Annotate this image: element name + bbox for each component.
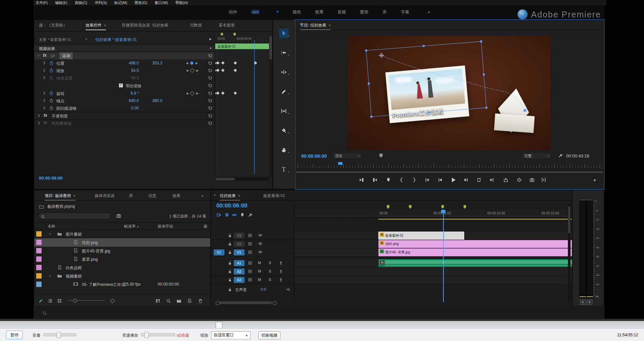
tab-嵌套案例 01[interactable]: 嵌套案例 01 — [263, 193, 285, 199]
workspace-tab-字幕[interactable]: 字幕 — [401, 9, 409, 15]
lock-icon[interactable] — [228, 233, 232, 238]
playback-resolution-select[interactable]: 完整∨ — [522, 152, 551, 159]
program-scrollbar[interactable] — [295, 171, 604, 174]
find-icon[interactable] — [166, 298, 171, 303]
mixer-icon[interactable] — [248, 269, 252, 274]
linked-clip-link[interactable]: 信封效果 * 嵌套案例 01 — [95, 37, 137, 43]
clear-icon[interactable] — [198, 298, 203, 304]
tab-项目: 杨涛教程[interactable]: 项目: 杨涛教程≡ — [45, 193, 75, 199]
sequence-marker-icon[interactable] — [409, 205, 412, 209]
eye-icon[interactable] — [258, 250, 263, 254]
menu-item[interactable]: 图形(G) — [135, 0, 147, 5]
lock-icon[interactable] — [228, 242, 232, 246]
menu-item[interactable]: 帮助(H) — [175, 0, 188, 5]
program-timecode[interactable]: 00:00:06:00 — [301, 153, 327, 159]
reset-icon[interactable] — [208, 106, 213, 110]
workspace-tab-效果[interactable]: 效果 — [315, 9, 323, 15]
selection-rect[interactable] — [365, 40, 487, 118]
sequence-marker-icon[interactable] — [233, 33, 236, 36]
track-target[interactable]: A1 — [234, 260, 245, 266]
stopwatch-icon[interactable] — [49, 98, 54, 103]
add-button[interactable]: + — [593, 177, 596, 184]
transport-go-to-out[interactable] — [488, 176, 495, 184]
track-lock-icon[interactable] — [228, 277, 232, 282]
keyframe-diamond[interactable] — [234, 69, 237, 72]
workspace-tab-音频[interactable]: 音频 — [337, 9, 346, 15]
automate-to-sequence-icon[interactable] — [155, 298, 160, 304]
stopwatch-icon[interactable] — [49, 75, 54, 80]
track-output-eye-icon[interactable] — [258, 250, 263, 254]
reset-effect-icon[interactable] — [208, 120, 213, 126]
param-value[interactable]: 54.5 — [119, 68, 139, 73]
sequence-marker-icon[interactable] — [464, 205, 466, 209]
project-item-图片45-背景.jpg[interactable]: 图片45-背景.jpg — [34, 247, 210, 255]
project-item-05- 了解Premiere工作流[interactable]: 05- 了解Premiere工作流25.00 fps00:00:00:00 — [34, 280, 210, 289]
expand-chevron-icon[interactable]: ❯ — [38, 121, 40, 125]
param-value[interactable]: 54.5 — [119, 76, 139, 80]
lock-icon[interactable] — [228, 287, 232, 292]
param-row-锚点[interactable]: ❯锚点640.0360.0 — [34, 97, 215, 104]
workspace-tab-menu-icon[interactable]: ≡ — [276, 9, 278, 15]
track-head-A1[interactable]: A1MS — [211, 259, 294, 267]
workspace-tab-组件[interactable]: 组件 — [229, 9, 237, 15]
workspace-tab-编辑[interactable]: 编辑 — [251, 9, 260, 15]
tab-元数据[interactable]: 元数据 — [190, 22, 202, 28]
expand-chevron-icon[interactable]: ❯ — [38, 114, 40, 117]
transport-step-forward[interactable] — [463, 176, 470, 184]
program-playhead[interactable] — [338, 162, 342, 165]
tab-音频剪辑混合器: 信封效果[interactable]: 音频剪辑混合器: 信封效果 — [122, 22, 168, 28]
expand-chevron-icon[interactable]: ❯ — [43, 106, 46, 109]
label-swatch[interactable] — [36, 240, 42, 245]
item-name[interactable]: 视频素材 — [66, 274, 82, 279]
mic-icon[interactable] — [279, 277, 283, 282]
transform-handle[interactable] — [483, 74, 485, 76]
seek-track[interactable] — [0, 321, 644, 329]
track-target[interactable]: A2 — [234, 269, 245, 275]
transport-go-to-in[interactable] — [424, 176, 431, 184]
project-item-信封.png[interactable]: 信封.png — [34, 238, 210, 247]
workspace-tab-库[interactable]: 库 — [382, 9, 387, 15]
solo-button[interactable]: S — [269, 261, 271, 265]
program-preview[interactable]: Premiere工作流程 — [348, 36, 550, 150]
workspace-tab-颜色[interactable]: 颜色 — [292, 9, 301, 15]
uniform-scale-checkbox[interactable]: ✓ — [119, 83, 123, 88]
workspace-overflow-chevron[interactable]: » — [428, 9, 430, 14]
volume-slider[interactable] — [44, 333, 76, 336]
panel-menu-icon[interactable]: ≡ — [73, 194, 75, 198]
timeline-hscrollbar[interactable] — [211, 300, 572, 304]
sequence-marker-icon[interactable] — [441, 205, 444, 209]
track-output-eye-icon[interactable] — [258, 241, 263, 246]
mixer-icon[interactable] — [248, 261, 252, 265]
reset-effect-icon[interactable] — [208, 113, 213, 118]
settings-wrench-icon[interactable] — [558, 152, 563, 158]
sync-lock-icon[interactable] — [248, 250, 252, 254]
param-row-防闪烁滤镜[interactable]: ❯防闪烁滤镜0.00 — [34, 104, 215, 112]
panel-menu-icon[interactable]: ≡ — [238, 194, 240, 198]
effect-controls-timecode[interactable]: 00:00:06:00 — [39, 176, 63, 181]
tool-pen-tool[interactable] — [279, 126, 288, 135]
clip-嵌套案例 01[interactable]: fx嵌套案例 01 — [378, 232, 464, 240]
label-swatch[interactable] — [36, 282, 42, 287]
fx-badge-icon[interactable]: fx — [380, 249, 384, 253]
track-lock-icon[interactable] — [228, 241, 232, 246]
menu-item[interactable]: 编辑(E) — [55, 0, 67, 5]
project-item-白色边框[interactable]: 白色边框 — [34, 263, 210, 272]
next-keyframe-icon[interactable]: ▶ — [196, 61, 198, 65]
expand-chevron-icon[interactable]: ❯ — [43, 76, 46, 79]
horizontal-scrollbar[interactable] — [215, 178, 269, 181]
transform-handle[interactable] — [423, 45, 425, 47]
scrollbar-thumb[interactable] — [269, 36, 272, 59]
header-arrow-icon[interactable]: ▶ — [209, 37, 212, 41]
wrench-icon[interactable] — [558, 153, 563, 158]
param-value[interactable]: 6.8 ° — [119, 91, 139, 96]
timeline-ruler[interactable]: 00:0000:00:05:0000:00:10:0000:00:15:0000… — [294, 209, 572, 217]
track-head-A2[interactable]: A2MS — [211, 267, 294, 276]
lock-icon[interactable] — [228, 278, 232, 282]
automate-to-sequence-icon[interactable] — [155, 298, 160, 303]
add-keyframe-icon[interactable] — [190, 91, 195, 96]
label-swatch[interactable] — [36, 248, 42, 253]
reset-param-icon[interactable] — [208, 75, 213, 80]
search-input[interactable] — [38, 212, 111, 220]
panel-menu-icon[interactable]: ≡ — [104, 23, 106, 27]
mute-button[interactable]: M — [258, 278, 261, 282]
